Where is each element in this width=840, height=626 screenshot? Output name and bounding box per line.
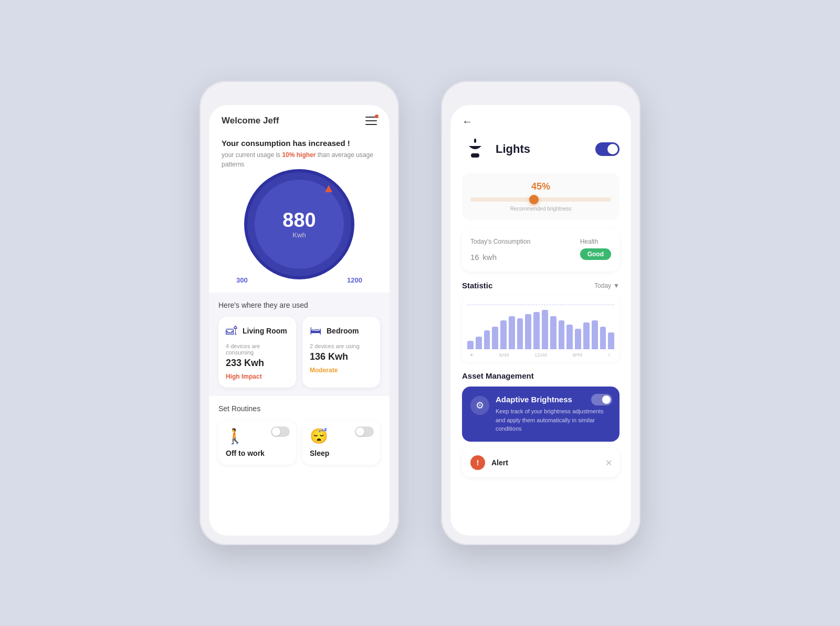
svg-rect-1 [471, 153, 479, 158]
chart-bar [533, 312, 540, 349]
consumption-health-row: Today's Consumption 16 kwh Health Good [462, 229, 620, 272]
consumption-alert: Your consumption has increased ! your cu… [209, 131, 390, 174]
living-room-count: 4 devices are consuming [226, 343, 289, 356]
phone-2-content: ← Lights 45% [450, 105, 631, 488]
sleep-toggle[interactable] [355, 426, 374, 437]
off-to-work-toggle[interactable] [271, 426, 290, 437]
chart-bar [525, 314, 531, 349]
brightness-slider-thumb[interactable] [529, 195, 539, 204]
device-card-bedroom[interactable]: 🛏 Bedroom 2 devices are using 136 Kwh Mo… [302, 317, 380, 388]
routine-card-sleep[interactable]: 😴 Sleep [302, 420, 380, 465]
adaptive-brightness-card: ⚙ Adaptive Brightness Keep track of your… [462, 387, 620, 442]
brightness-slider-fill [470, 197, 534, 202]
bedroom-kwh: 136 Kwh [310, 351, 373, 362]
asset-description: Keep track of your brightness adjustment… [496, 407, 611, 433]
phone-2-screen: ← Lights 45% [450, 105, 631, 536]
chart-bar [583, 322, 590, 349]
energy-gauge: 880 Kwh 300 1200 [209, 174, 390, 284]
gauge-arrow-icon [325, 185, 332, 192]
chart-bar [542, 310, 548, 349]
phone-1-screen: Welcome Jeff Your consumption has increa… [209, 105, 390, 536]
alert-close-button[interactable]: ✕ [605, 457, 612, 467]
off-to-work-toggle-switch[interactable] [271, 426, 290, 437]
svg-rect-0 [474, 139, 476, 143]
chart-dotted-line [467, 305, 614, 305]
gauge-max-label: 1200 [347, 276, 362, 284]
adaptive-brightness-toggle-switch[interactable] [591, 394, 612, 405]
health-badge: Good [580, 248, 611, 260]
bedroom-count: 2 devices are using [310, 343, 373, 349]
gauge-unit: Kwh [292, 231, 306, 239]
alert-description: your current usage is 10% higher than av… [222, 150, 377, 169]
device-cards-list: 🛋 Living Room 4 devices are consuming 23… [218, 317, 380, 388]
chart-bar [467, 341, 474, 349]
asset-management-section: Asset Management ⚙ Adaptive Brightness K… [462, 371, 620, 442]
gauge-value: 880 [282, 210, 316, 230]
menu-button[interactable] [365, 117, 377, 125]
phone-2-notch [509, 90, 572, 105]
welcome-prefix: Welcome [222, 116, 263, 126]
alert-title: Your consumption has increased ! [222, 139, 377, 148]
devices-section: Here's where they are used 🛋 Living Room… [209, 293, 390, 396]
settings-gear-icon: ⚙ [470, 396, 489, 415]
chart-bar [600, 327, 606, 349]
chart-bar [559, 320, 565, 349]
hamburger-line-2 [365, 120, 377, 121]
chart-label-sun: ☀ [469, 352, 474, 358]
hamburger-line-3 [365, 124, 377, 125]
health-block: Health Good [580, 238, 611, 260]
lamp-icon [462, 136, 488, 162]
consumption-number: 16 [470, 253, 479, 262]
chart-bar [476, 337, 482, 349]
living-room-name: Living Room [243, 327, 287, 335]
brightness-percentage: 45% [470, 181, 611, 192]
chart-bar [566, 325, 573, 349]
consumption-label: Today's Consumption [470, 238, 530, 245]
chart-bar [517, 318, 523, 349]
chart-bar [509, 316, 515, 349]
device-header: Lights [462, 136, 620, 162]
chart-label-6am: 6AM [499, 352, 509, 358]
statistic-filter[interactable]: Today ▼ [594, 282, 620, 289]
alert-icon: ! [470, 455, 485, 470]
devices-section-title: Here's where they are used [218, 301, 380, 309]
bedroom-impact: Moderate [310, 367, 373, 374]
chart-bar [575, 329, 581, 349]
alert-highlight: 10% higher [282, 151, 316, 159]
gauge-circle: 880 Kwh [255, 180, 344, 269]
gauge-labels: 300 1200 [231, 276, 368, 284]
device-card-living-room[interactable]: 🛋 Living Room 4 devices are consuming 23… [218, 317, 296, 388]
routine-card-off-to-work[interactable]: 🚶 Off to work [218, 420, 296, 465]
statistic-header: Statistic Today ▼ [462, 281, 620, 290]
bars-wrapper [467, 307, 614, 349]
chart-bar [500, 320, 507, 349]
consumption-value: 16 kwh [470, 248, 530, 263]
back-button[interactable]: ← [462, 110, 472, 136]
bedroom-icon: 🛏 [310, 324, 321, 338]
phones-container: Welcome Jeff Your consumption has increa… [168, 49, 672, 577]
living-room-kwh: 233 Kwh [226, 358, 289, 369]
alert-desc-prefix: your current usage is [222, 151, 282, 159]
lights-toggle[interactable] [595, 142, 620, 156]
adaptive-brightness-toggle[interactable] [591, 394, 612, 405]
living-room-icon: 🛋 [226, 324, 237, 338]
brightness-slider-track[interactable] [470, 197, 611, 202]
welcome-text: Welcome Jeff [222, 116, 279, 126]
chevron-down-icon: ▼ [613, 282, 620, 289]
statistic-section: Statistic Today ▼ ☀ 6AM 12AM [462, 281, 620, 362]
brightness-box: 45% Recommended brightness [462, 173, 620, 220]
device-card-bedroom-header: 🛏 Bedroom [310, 324, 373, 338]
asset-management-title: Asset Management [462, 371, 620, 380]
chart-bar [484, 330, 490, 349]
chart-x-labels: ☀ 6AM 12AM 6PM ☾ [467, 352, 614, 358]
phone-1-header: Welcome Jeff [209, 105, 390, 131]
chart-bar [592, 320, 598, 349]
routines-title: Set Routines [218, 404, 380, 413]
statistic-title: Statistic [462, 281, 492, 290]
off-to-work-label: Off to work [226, 449, 289, 457]
sleep-toggle-switch[interactable] [355, 426, 374, 437]
bar-chart: ☀ 6AM 12AM 6PM ☾ [462, 296, 620, 362]
sleep-label: Sleep [310, 449, 373, 457]
phone-1: Welcome Jeff Your consumption has increa… [200, 81, 399, 545]
chart-bar [608, 332, 614, 349]
